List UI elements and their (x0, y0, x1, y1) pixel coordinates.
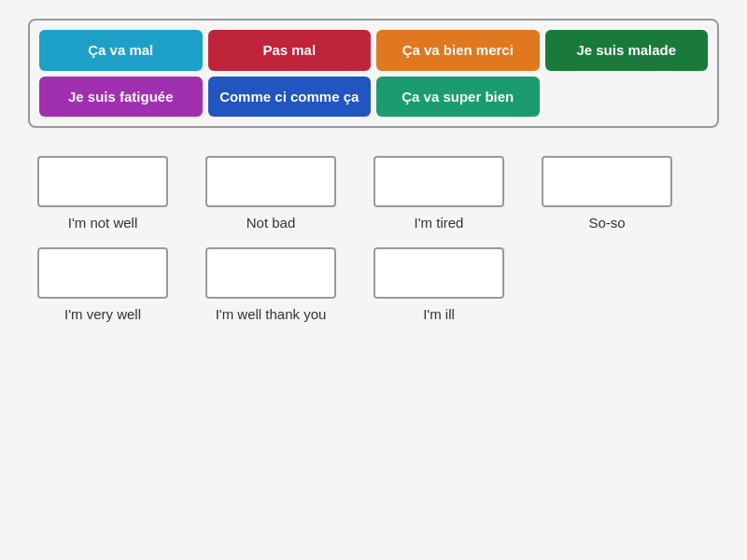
drop-item-drop-well-ty: I'm well thank you (196, 247, 345, 322)
drop-box-drop-not-well[interactable] (37, 156, 168, 207)
phrase-btn-pas-mal[interactable]: Pas mal (208, 30, 372, 71)
drop-box-drop-well-ty[interactable] (205, 247, 336, 299)
drop-label-drop-so-so: So-so (588, 215, 625, 231)
drop-item-drop-ill: I'm ill (364, 247, 514, 322)
phrase-btn-fatiguee[interactable]: Je suis fatiguée (39, 77, 203, 118)
drop-label-drop-ill: I'm ill (423, 306, 455, 322)
drop-item-drop-not-well: I'm not well (28, 156, 177, 231)
drop-section: I'm not wellNot badI'm tiredSo-so (28, 156, 719, 238)
drop-item-drop-so-so: So-so (532, 156, 682, 231)
drop-label-drop-not-well: I'm not well (68, 215, 138, 231)
drop-item-drop-tired: I'm tired (364, 156, 514, 231)
phrase-bank: Ça va malPas malÇa va bien merciJe suis … (28, 19, 719, 128)
phrase-btn-super-bien[interactable]: Ça va super bien (376, 77, 540, 118)
drop-section-2: I'm very wellI'm well thank youI'm ill (28, 247, 719, 329)
drop-box-drop-ill[interactable] (374, 247, 504, 299)
drop-box-drop-very-well[interactable] (37, 247, 168, 299)
drop-item-drop-not-bad: Not bad (196, 156, 345, 231)
phrase-btn-comme-ci[interactable]: Comme ci comme ça (208, 77, 372, 118)
drop-box-drop-so-so[interactable] (542, 156, 672, 207)
drop-label-drop-tired: I'm tired (415, 215, 464, 231)
phrase-btn-ca-va-mal[interactable]: Ça va mal (39, 30, 203, 71)
drop-row-2: I'm very wellI'm well thank youI'm ill (28, 247, 719, 322)
drop-label-drop-not-bad: Not bad (247, 215, 296, 231)
drop-box-drop-not-bad[interactable] (205, 156, 336, 207)
phrase-btn-ca-va-bien[interactable]: Ça va bien merci (376, 30, 540, 71)
drop-row-1: I'm not wellNot badI'm tiredSo-so (28, 156, 719, 231)
drop-box-drop-tired[interactable] (374, 156, 504, 207)
drop-item-drop-very-well: I'm very well (28, 247, 177, 322)
drop-label-drop-well-ty: I'm well thank you (216, 306, 327, 322)
drop-label-drop-very-well: I'm very well (64, 306, 141, 322)
phrase-btn-je-suis-malade[interactable]: Je suis malade (545, 30, 709, 71)
